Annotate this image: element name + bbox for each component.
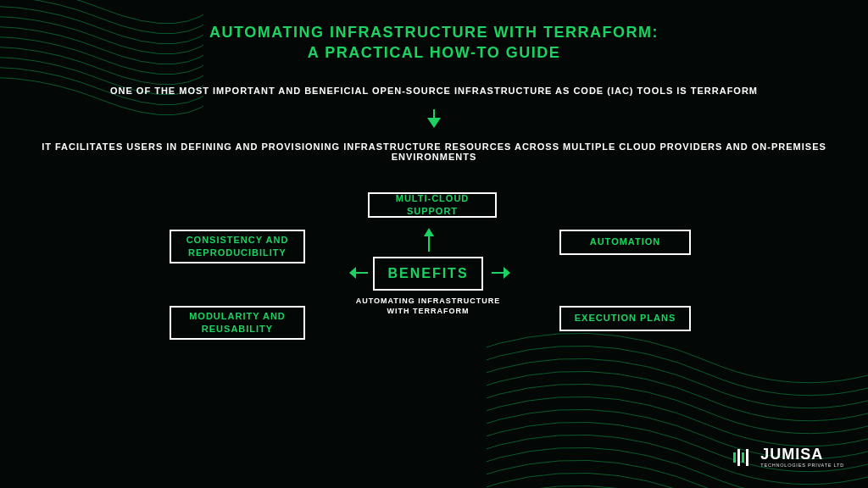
benefit-label: MULTI-CLOUD SUPPORT (381, 192, 483, 217)
svg-rect-2 (742, 452, 744, 463)
logo-mark-icon (730, 446, 754, 469)
svg-rect-1 (737, 449, 740, 466)
center-benefits-box: BENEFITS (373, 257, 483, 291)
benefits-diagram: MULTI-CLOUD SUPPORT CONSISTENCY AND REPR… (0, 187, 868, 441)
center-caption: AUTOMATING INFRASTRUCTURE WITH TERRAFORM (348, 296, 509, 317)
benefit-label: EXECUTION PLANS (575, 312, 676, 324)
benefit-multi-cloud: MULTI-CLOUD SUPPORT (368, 192, 497, 218)
brand-logo: JUMISA TECHNOLOGIES PRIVATE LTD (730, 446, 844, 469)
title-line-2: A PRACTICAL HOW-TO GUIDE (308, 44, 560, 61)
center-label: BENEFITS (387, 266, 468, 281)
arrow-left-icon (349, 266, 368, 280)
svg-rect-0 (733, 452, 736, 463)
benefit-label: CONSISTENCY AND REPRODUCIBILITY (183, 234, 292, 258)
detail-text: IT FACILITATES USERS IN DEFINING AND PRO… (0, 141, 868, 162)
benefit-label: MODULARITY AND REUSABILITY (183, 310, 292, 335)
svg-rect-3 (746, 449, 748, 466)
intro-text: ONE OF THE MOST IMPORTANT AND BENEFICIAL… (0, 86, 868, 96)
brand-tagline: TECHNOLOGIES PRIVATE LTD (760, 463, 844, 469)
benefit-execution-plans: EXECUTION PLANS (559, 306, 691, 331)
arrow-right-icon (492, 266, 510, 280)
benefit-automation: AUTOMATION (559, 230, 691, 255)
benefit-label: AUTOMATION (590, 236, 661, 247)
benefit-consistency: CONSISTENCY AND REPRODUCIBILITY (170, 230, 305, 263)
title-line-1: AUTOMATING INFRASTRUCTURE WITH TERRAFORM… (209, 24, 659, 41)
brand-name: JUMISA (760, 446, 844, 462)
arrow-down-icon (0, 108, 868, 130)
benefit-modularity: MODULARITY AND REUSABILITY (170, 306, 305, 340)
page-title: AUTOMATING INFRASTRUCTURE WITH TERRAFORM… (0, 22, 868, 64)
arrow-up-icon (423, 228, 435, 252)
